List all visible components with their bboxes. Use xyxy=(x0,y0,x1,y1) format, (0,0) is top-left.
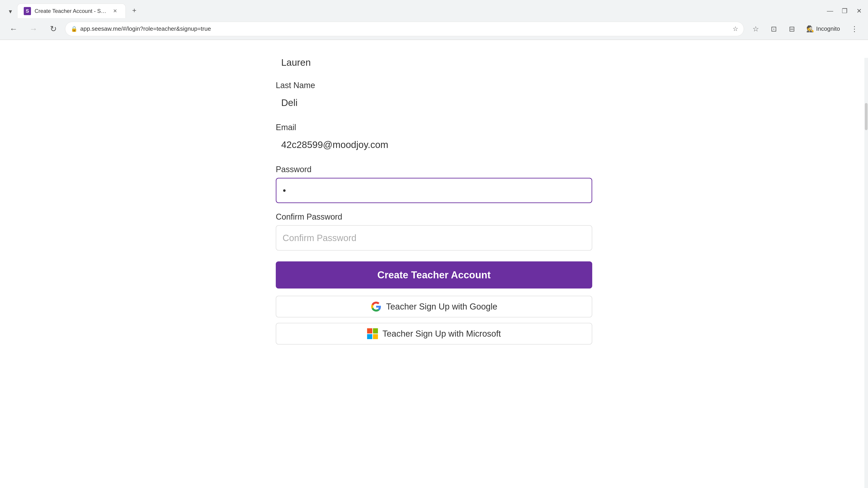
minimize-button[interactable]: — xyxy=(825,5,835,16)
incognito-indicator: 🕵 Incognito xyxy=(802,21,844,37)
lock-icon: 🔒 xyxy=(71,26,78,32)
last-name-value: Deli xyxy=(276,94,592,112)
first-name-display: Lauren xyxy=(276,54,592,72)
google-btn-label: Teacher Sign Up with Google xyxy=(386,302,497,312)
sidebar-button[interactable]: ⊟ xyxy=(784,21,800,37)
tab-dropdown-btn[interactable]: ▾ xyxy=(4,4,17,18)
tabs-bar: ▾ S Create Teacher Account - Sees... ✕ +… xyxy=(0,0,868,18)
maximize-button[interactable]: ❐ xyxy=(839,5,850,16)
bookmark-icon[interactable]: ☆ xyxy=(733,25,738,33)
microsoft-btn-label: Teacher Sign Up with Microsoft xyxy=(382,329,501,339)
form-container: Lauren Last Name Deli Email 42c28599@moo… xyxy=(276,54,592,452)
confirm-password-input[interactable] xyxy=(276,225,592,251)
nav-actions: ☆ ⊡ ⊟ 🕵 Incognito ⋮ xyxy=(747,21,863,37)
password-label: Password xyxy=(276,165,592,174)
google-signup-button[interactable]: Teacher Sign Up with Google xyxy=(276,296,592,318)
active-tab[interactable]: S Create Teacher Account - Sees... ✕ xyxy=(17,4,126,18)
extensions-button[interactable]: ⊡ xyxy=(766,21,782,37)
password-input[interactable] xyxy=(276,178,592,203)
reload-button[interactable]: ↻ xyxy=(45,21,61,37)
password-group: Password xyxy=(276,165,592,203)
tab-title: Create Teacher Account - Sees... xyxy=(35,8,107,14)
page-content: Lauren Last Name Deli Email 42c28599@moo… xyxy=(0,40,868,470)
scrollbar-thumb[interactable] xyxy=(865,103,868,130)
forward-button[interactable]: → xyxy=(25,21,41,37)
window-close-button[interactable]: ✕ xyxy=(854,5,864,16)
confirm-password-group: Confirm Password xyxy=(276,212,592,251)
email-value: 42c28599@moodjoy.com xyxy=(276,136,592,154)
tab-favicon: S xyxy=(24,7,31,15)
seesaw-favicon-icon: S xyxy=(24,7,31,15)
nav-bar: ← → ↻ 🔒 app.seesaw.me/#/login?role=teach… xyxy=(0,18,868,40)
tab-close-button[interactable]: ✕ xyxy=(111,7,119,15)
microsoft-signup-button[interactable]: Teacher Sign Up with Microsoft xyxy=(276,323,592,345)
email-label: Email xyxy=(276,123,592,132)
scrollbar[interactable] xyxy=(864,58,868,488)
back-button[interactable]: ← xyxy=(5,21,22,37)
bookmark-star-button[interactable]: ☆ xyxy=(747,21,764,37)
google-icon xyxy=(371,301,381,312)
create-teacher-account-button[interactable]: Create Teacher Account xyxy=(276,261,592,289)
more-button[interactable]: ⋮ xyxy=(846,21,863,37)
microsoft-icon xyxy=(367,328,378,339)
confirm-password-label: Confirm Password xyxy=(276,212,592,222)
incognito-label: Incognito xyxy=(816,25,840,32)
last-name-group: Last Name Deli xyxy=(276,80,592,113)
url-text: app.seesaw.me/#/login?role=teacher&signu… xyxy=(80,25,730,32)
incognito-icon: 🕵 xyxy=(806,25,814,33)
address-bar[interactable]: 🔒 app.seesaw.me/#/login?role=teacher&sig… xyxy=(65,22,744,36)
new-tab-button[interactable]: + xyxy=(127,4,141,17)
email-group: Email 42c28599@moodjoy.com xyxy=(276,123,592,156)
last-name-label: Last Name xyxy=(276,80,592,90)
